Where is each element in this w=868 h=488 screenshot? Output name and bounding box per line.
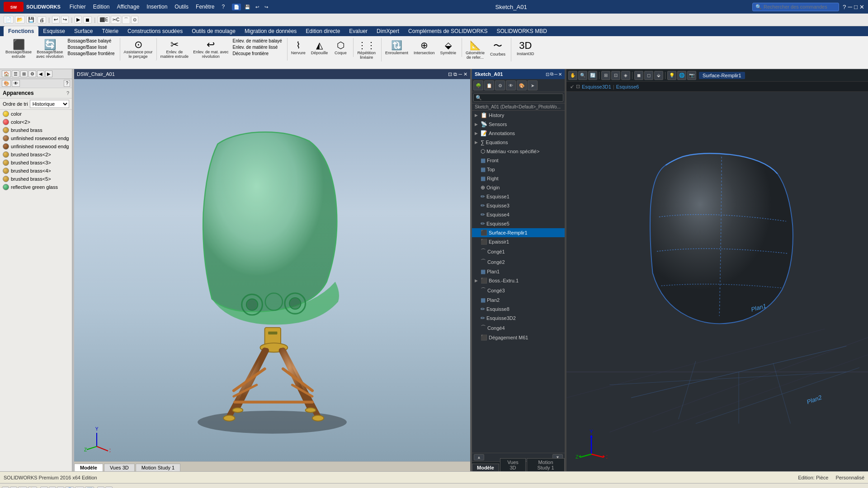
tab-surface[interactable]: Surface	[70, 26, 97, 36]
feature-item-top[interactable]: ▦ Top	[472, 165, 565, 174]
tab-complements[interactable]: Compléments de SOLIDWORKS	[404, 26, 492, 36]
btn-bossage-extrude[interactable]: ⬛ Bossage/Baseextrude	[4, 38, 33, 61]
ft-btn-appear[interactable]: 🎨	[517, 80, 527, 90]
list-item[interactable]: color<2>	[0, 118, 72, 126]
feature-item-boss-extrude[interactable]: ▶ ⬛ Boss.-Extru.1	[472, 276, 565, 285]
qat-btn-7[interactable]: ▶	[75, 16, 82, 23]
qat-btn-1[interactable]: 📄	[4, 16, 14, 23]
feature-item-sketch5[interactable]: ✏ Esquisse5	[472, 219, 565, 228]
tab-modele-1[interactable]: Modèle	[74, 464, 103, 471]
list-item[interactable]: reflective green glass	[0, 183, 72, 191]
qat-btn-4[interactable]: 🖨	[38, 16, 46, 23]
panel-btn-filter[interactable]: ⚙	[28, 70, 36, 77]
vp-maximize-btn[interactable]: ⊡	[448, 71, 452, 77]
btn-bossage-frontiere[interactable]: Bossage/Base frontière	[66, 51, 116, 56]
vp3d-btn-shade1[interactable]: ◼	[634, 71, 643, 80]
toolbar-btn-1[interactable]: 📄	[232, 4, 241, 10]
ft-tab-vues3d[interactable]: Vues 3D	[500, 458, 526, 471]
feature-item-thicken[interactable]: ⬛ Epaissir1	[472, 237, 565, 246]
panel-btn-home[interactable]: 🏠	[2, 70, 11, 77]
toolbar-cut[interactable]: ✂C	[111, 16, 121, 24]
feature-item-front[interactable]: ▦ Front	[472, 156, 565, 165]
feature-item-plan1[interactable]: ▦ Plan1	[472, 267, 565, 276]
feature-item-plan2[interactable]: ▦ Plan2	[472, 296, 565, 305]
ft-scroll-up[interactable]: ▲	[474, 454, 484, 460]
tab-moulage[interactable]: Outils de moulage	[187, 26, 240, 36]
ft-search-input[interactable]	[473, 94, 563, 102]
ft-btn-display[interactable]: 👁	[506, 80, 516, 90]
feature-item-fillet1[interactable]: ⌒ Congé1	[472, 246, 565, 257]
vp3d-btn-rotate[interactable]: 🔄	[588, 71, 597, 80]
btn-assistance-percage[interactable]: ⊙ Assistance pourle perçage	[122, 38, 157, 61]
feature-item-fillet3[interactable]: ⌒ Congé3	[472, 285, 565, 296]
vp3d-btn-view2[interactable]: ⊡	[611, 71, 620, 80]
minimize-btn[interactable]: ─	[848, 4, 852, 10]
feature-item-equations[interactable]: ▶ ∑ Equations	[472, 138, 565, 147]
menu-fenetre[interactable]: Fenêtre	[192, 3, 218, 11]
ft-tab-motion[interactable]: Motion Study 1	[527, 458, 565, 471]
feature-item-fillet4[interactable]: ⌒ Congé4	[472, 323, 565, 333]
toolbar-btn-3[interactable]: ↩	[254, 4, 261, 10]
ft-btn-featuremgr[interactable]: 🌳	[473, 80, 483, 90]
btn-cut-lisse[interactable]: Enlev. de matière lissé	[231, 44, 283, 50]
tab-tolerie[interactable]: Tôlerie	[97, 26, 123, 36]
ft-tab-modele[interactable]: Modèle	[472, 464, 499, 471]
qat-btn-2[interactable]: 📂	[15, 16, 25, 23]
ft-btn-nav[interactable]: ➤	[528, 80, 538, 90]
feature-item-fillet2[interactable]: ⌒ Congé2	[472, 257, 565, 267]
panel-btn-nav-fwd[interactable]: ▶	[45, 70, 52, 77]
sketch-tab-1[interactable]: Esquisse3D1	[582, 84, 611, 89]
vp3d-btn-view3[interactable]: ◈	[621, 71, 630, 80]
tab-fonctions[interactable]: Fonctions	[4, 26, 38, 36]
vp3d-btn-zoom[interactable]: 🔍	[578, 71, 587, 80]
ft-close[interactable]: ✕	[558, 71, 562, 77]
list-item[interactable]: brushed brass<4>	[0, 167, 72, 175]
qat-btn-5[interactable]: ↩	[52, 16, 60, 23]
sort-select[interactable]: Historique	[30, 100, 69, 108]
feature-item-material[interactable]: ⬡ Matériau <non spécifié>	[472, 147, 565, 156]
panel-btn-list[interactable]: ☰	[12, 70, 19, 77]
feature-item-origin[interactable]: ⊕ Origin	[472, 183, 565, 192]
ft-minimize[interactable]: ─	[554, 71, 557, 77]
sketch-tab-2[interactable]: Esquisse6	[616, 84, 639, 89]
btn-cut-balaye[interactable]: Enlev. de matière balayé	[231, 38, 283, 44]
ft-restore[interactable]: ⧉	[550, 71, 553, 77]
maximize-btn[interactable]: □	[854, 4, 858, 10]
btn-repetition[interactable]: ⋮⋮ Répétitionlinéaire	[355, 38, 377, 61]
tab-mbd[interactable]: SOLIDWORKS MBD	[492, 26, 551, 36]
vp3d-btn-view1[interactable]: ⊞	[601, 71, 610, 80]
vp3d-btn-shade3[interactable]: ⬙	[654, 71, 663, 80]
search-input[interactable]	[764, 4, 836, 9]
vp3d-btn-light[interactable]: 💡	[667, 71, 676, 80]
tab-dimxpert[interactable]: DimXpert	[372, 26, 404, 36]
tab-vues3d-1[interactable]: Vues 3D	[104, 464, 135, 471]
btn-intersection[interactable]: ⊕ Intersection	[412, 38, 437, 57]
vp3d-btn-shade2[interactable]: ◻	[644, 71, 653, 80]
btn-bossage-lisse[interactable]: Bossage/Base lissé	[66, 44, 116, 50]
btn-nervure[interactable]: ⌇ Nervure	[289, 38, 307, 57]
feature-item-annotations[interactable]: ▶ 📝 Annotations	[472, 129, 565, 138]
qat-btn-8[interactable]: ⏹	[83, 16, 92, 23]
help-icon[interactable]: ?	[843, 4, 846, 10]
toolbar-extrude[interactable]: ⬛E	[98, 16, 110, 24]
vp-minimize-btn[interactable]: ─	[458, 71, 462, 77]
feature-item-sensors[interactable]: ▶ 📡 Sensors	[472, 120, 565, 129]
list-item[interactable]: unfinished rosewood endg	[0, 134, 72, 142]
btn-cut-extrude[interactable]: ✂ Enlev. dematière extrude	[159, 38, 191, 61]
toolbar-btn-2[interactable]: 💾	[243, 4, 252, 10]
vp3d-btn-scene[interactable]: 🌐	[677, 71, 686, 80]
list-item[interactable]: unfinished rosewood endg	[0, 142, 72, 150]
vp3d-btn-pan[interactable]: ✋	[568, 71, 577, 80]
btn-enroulement[interactable]: 🔃 Enroulement	[383, 38, 410, 57]
btn-courbes[interactable]: 〜 Courbes	[488, 38, 507, 61]
feature-item-sketch3[interactable]: ✏ Esquisse3	[472, 201, 565, 210]
feature-item-surface-fill[interactable]: ⬛ Surface-Remplir1	[472, 228, 565, 237]
panel-btn-nav-back[interactable]: ◀	[37, 70, 44, 77]
feature-item-sketch1[interactable]: ✏ Esquisse1	[472, 192, 565, 201]
btn-decoupe-frontiere[interactable]: Découpe frontière	[231, 51, 283, 56]
qat-btn-3[interactable]: 💾	[26, 16, 36, 23]
btn-bossage-revolution[interactable]: 🔄 Bossage/Baseavec révolution	[34, 38, 66, 61]
search-box[interactable]: 🔍	[752, 3, 839, 11]
menu-outils[interactable]: Outils	[171, 3, 192, 11]
menu-affichage[interactable]: Affichage	[113, 3, 143, 11]
